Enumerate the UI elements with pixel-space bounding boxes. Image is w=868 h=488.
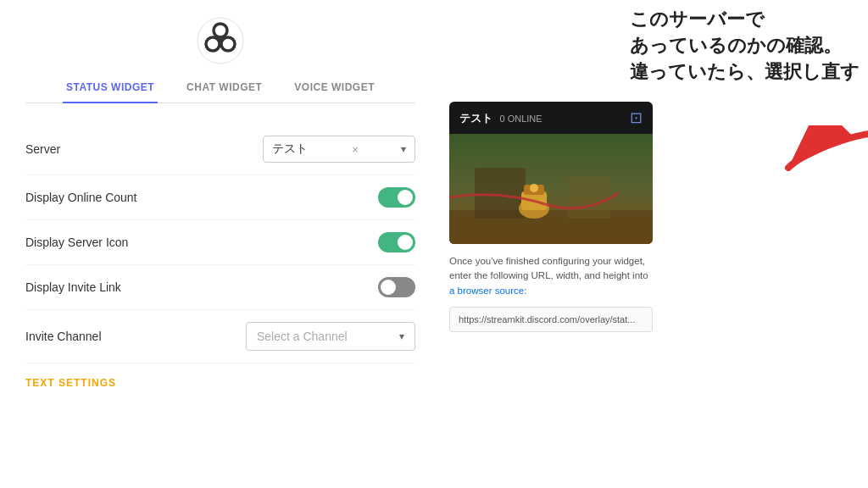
widget-game-image — [449, 134, 653, 244]
tab-chat-widget[interactable]: CHAT WIDGET — [183, 73, 265, 103]
annotation-line1: このサーバーで — [630, 7, 860, 33]
online-count-control — [195, 187, 415, 208]
preview-widget: テスト 0 ONLINE ⊡ — [449, 102, 653, 244]
server-clear-button[interactable]: × — [352, 143, 359, 156]
tab-voice-widget[interactable]: VOICE WIDGET — [291, 73, 378, 103]
svg-rect-9 — [568, 176, 610, 219]
widget-server-name: テスト — [459, 112, 492, 125]
discord-icon: ⊡ — [630, 108, 643, 127]
invite-link-control — [195, 277, 415, 297]
invite-channel-label: Invite Channel — [25, 330, 195, 343]
server-select[interactable]: テスト × ▾ — [263, 136, 415, 163]
server-icon-control — [195, 232, 415, 252]
invite-link-toggle[interactable] — [378, 277, 415, 297]
form-section: Server テスト × ▾ Display Online Count — [25, 124, 415, 363]
channel-dropdown-arrow: ▾ — [399, 330, 404, 342]
online-count-row: Display Online Count — [25, 175, 415, 220]
description-area: Once you've finished configuring your wi… — [449, 254, 653, 332]
server-icon-row: Display Server Icon — [25, 220, 415, 265]
url-box[interactable]: https://streamkit.discord.com/overlay/st… — [449, 307, 653, 332]
svg-rect-8 — [475, 168, 526, 219]
invite-channel-control: Select a Channel ▾ — [195, 322, 415, 351]
annotation-line3: 違っていたら、選択し直す — [630, 59, 860, 86]
channel-select[interactable]: Select a Channel ▾ — [246, 322, 415, 351]
server-value: テスト — [272, 141, 308, 157]
text-settings-link[interactable]: TEXT SETTINGS — [25, 377, 116, 389]
invite-channel-row: Invite Channel Select a Channel ▾ — [25, 310, 415, 363]
svg-point-13 — [530, 184, 538, 192]
tab-status-widget[interactable]: STATUS WIDGET — [63, 73, 158, 103]
server-icon-toggle[interactable] — [378, 232, 415, 252]
widget-online-count: 0 ONLINE — [499, 114, 542, 124]
widget-header-left: テスト 0 ONLINE — [459, 110, 542, 126]
logo-area — [197, 0, 244, 73]
annotation-text: このサーバーで あっているのかの確認。 違っていたら、選択し直す — [630, 7, 860, 85]
online-count-toggle[interactable] — [378, 187, 415, 208]
invite-link-label: Display Invite Link — [25, 280, 195, 294]
online-count-label: Display Online Count — [25, 191, 195, 204]
server-dropdown-arrow: ▾ — [401, 143, 406, 155]
browser-source-link[interactable]: a browser source — [449, 286, 524, 296]
widget-header: テスト 0 ONLINE ⊡ — [449, 102, 653, 134]
annotation-arrow — [780, 125, 868, 185]
server-label: Server — [25, 142, 195, 156]
svg-point-4 — [218, 38, 223, 43]
obs-logo — [197, 17, 244, 64]
server-icon-label: Display Server Icon — [25, 236, 195, 249]
channel-placeholder: Select a Channel — [257, 330, 348, 343]
invite-link-row: Display Invite Link — [25, 265, 415, 310]
annotation-line2: あっているのかの確認。 — [630, 33, 860, 59]
description-text: Once you've finished configuring your wi… — [449, 254, 653, 298]
server-control: テスト × ▾ — [195, 136, 415, 163]
right-panel: このサーバーで あっているのかの確認。 違っていたら、選択し直す テスト 0 O… — [441, 0, 868, 488]
server-row: Server テスト × ▾ — [25, 124, 415, 175]
tabs-bar: STATUS WIDGET CHAT WIDGET VOICE WIDGET — [25, 73, 415, 103]
